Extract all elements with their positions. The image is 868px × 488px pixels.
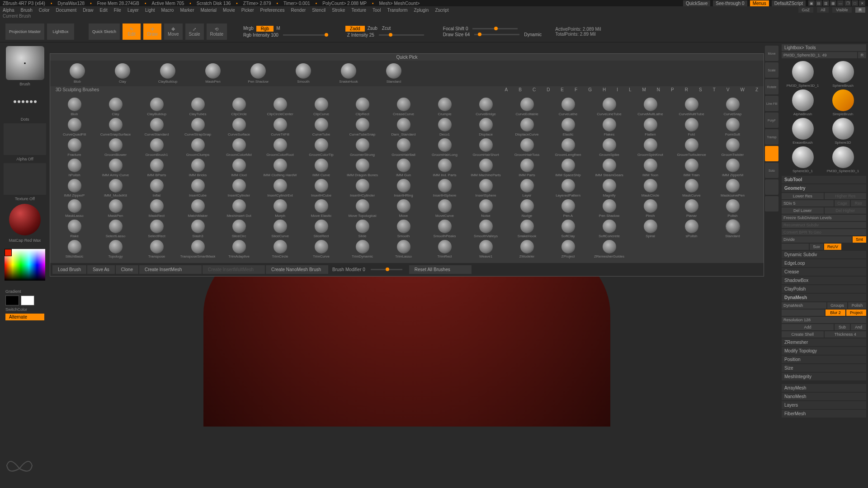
brush-item[interactable]: IMM Dragon Bones — [342, 158, 383, 178]
alpha-filter-d[interactable]: D — [547, 87, 550, 92]
convert-bpr-button[interactable]: Convert BPR To Geo — [782, 229, 866, 235]
brush-item[interactable]: SliceRect — [301, 219, 342, 239]
alpha-filter-g[interactable]: G — [588, 87, 592, 92]
brush-item[interactable]: InsertHCube — [301, 178, 342, 198]
brush-item[interactable]: sPolish — [671, 219, 712, 239]
brush-item[interactable]: Move Topological — [342, 198, 383, 219]
brush-item[interactable]: Dam_Standard — [383, 117, 424, 137]
quickpick-brush[interactable]: Pen Shadow — [245, 63, 272, 84]
brush-item[interactable]: TrimCurve — [301, 239, 342, 259]
reuv-button[interactable]: ReUV — [824, 244, 841, 250]
brush-item[interactable]: ZRemesherGuides — [589, 239, 630, 259]
brush-item[interactable]: LayeredPattern — [547, 178, 589, 198]
brush-item[interactable]: IMM Train — [671, 158, 712, 178]
brush-item[interactable]: CurveSnap — [712, 97, 753, 117]
rgb-intensity-slider[interactable]: Rgb Intensity 100 — [241, 33, 280, 38]
brush-item[interactable]: SoftClay — [547, 219, 589, 239]
brush-item[interactable]: IMM Curve — [301, 158, 342, 178]
r-button[interactable]: R — [858, 52, 866, 58]
brush-item[interactable]: IMM Clod — [218, 158, 259, 178]
dynamesh-section[interactable]: DynaMesh — [782, 294, 866, 301]
size-section[interactable]: Size — [782, 364, 866, 372]
menu-light[interactable]: Light — [145, 8, 155, 13]
xpose-tool-button[interactable] — [765, 179, 778, 195]
quickpick-brush[interactable]: ClayBuildup — [154, 63, 181, 84]
brush-item[interactable]: CurveMultiTube — [671, 97, 712, 117]
projection-master-button[interactable]: Projection Master — [5, 23, 44, 40]
modify-topology-section[interactable]: Modify Topology — [782, 347, 866, 355]
tool-item[interactable]: Sphere3D — [824, 118, 862, 145]
transp-tool-button[interactable]: Transp — [765, 129, 778, 145]
brush-item[interactable]: DisplaceCurve — [506, 117, 547, 137]
mrgb-button[interactable]: Mrgb — [241, 26, 255, 32]
quicksketch-button[interactable]: Quick Sketch — [89, 23, 120, 40]
brush-item[interactable]: GroomerStrong — [342, 137, 383, 158]
rgb-button[interactable]: Rgb — [256, 26, 274, 32]
del-higher-button[interactable]: Del Higher — [825, 207, 867, 214]
brush-item[interactable]: Planar — [671, 198, 712, 219]
brush-item[interactable]: FormSoft — [712, 117, 753, 137]
brush-item[interactable]: Elastic — [547, 117, 589, 137]
brush-item[interactable]: TrimAdaptive — [218, 239, 259, 259]
brush-item[interactable]: StitchBasic — [54, 239, 95, 259]
brush-item[interactable]: SliceCirc — [218, 219, 259, 239]
dynamic-subdiv-section[interactable]: Dynamic Subdiv — [782, 251, 866, 258]
subtool-section[interactable]: SubTool — [782, 176, 866, 183]
brush-item[interactable]: Rake — [54, 219, 95, 239]
z-intensity-slider[interactable]: Z Intensity 25 — [345, 33, 376, 38]
rotate-button[interactable]: ⟲Rotate — [207, 23, 227, 40]
create-shell-button[interactable]: Create Shell — [782, 331, 824, 338]
goz-r-button[interactable]: R — [855, 7, 866, 13]
brush-item[interactable]: Magnify — [589, 178, 630, 198]
menu-color[interactable]: Color — [39, 8, 50, 13]
quicksave-button[interactable]: QuickSave — [683, 0, 710, 6]
brush-item[interactable]: GroomHairLong — [424, 137, 465, 158]
brush-item[interactable]: IMM ZipperM — [712, 158, 753, 178]
brush-item[interactable]: ClipCurve — [301, 97, 342, 117]
create-nanomesh-brush-button[interactable]: Create NanoMesh Brush — [265, 265, 329, 274]
brush-item[interactable]: IMM MachineParts — [465, 158, 506, 178]
brush-item[interactable]: ClayTubes — [177, 97, 218, 117]
brush-item[interactable]: Smooth — [383, 219, 424, 239]
alpha-filter-p[interactable]: P — [671, 87, 674, 92]
menu-picker[interactable]: Picker — [241, 8, 254, 13]
menu-stencil[interactable]: Stencil — [312, 8, 326, 13]
brush-item[interactable]: Weave1 — [465, 239, 506, 259]
brush-item[interactable]: ZProject — [547, 239, 589, 259]
meshintegrity-section[interactable]: MeshIntegrity — [782, 373, 866, 380]
menu-zplugin[interactable]: Zplugin — [414, 8, 429, 13]
fibermesh-section[interactable]: FiberMesh — [782, 410, 866, 418]
zcut-button[interactable]: Zcut — [380, 26, 392, 32]
alpha-filter-i[interactable]: I — [617, 87, 618, 92]
brush-item[interactable]: MoveCurve — [424, 198, 465, 219]
add-button[interactable]: Add — [782, 324, 834, 330]
arraymesh-section[interactable]: ArrayMesh — [782, 384, 866, 392]
brush-item[interactable]: GroomHairShort — [465, 137, 506, 158]
rotate-tool-button[interactable]: Rotate — [765, 79, 778, 94]
menu-brush[interactable]: Brush — [21, 8, 33, 13]
alpha-thumbnail[interactable] — [4, 123, 46, 155]
menu-stroke[interactable]: Stroke — [332, 8, 345, 13]
tool-item[interactable]: Sphere3D_1 — [783, 146, 822, 173]
brush-item[interactable]: MaskCurve — [671, 178, 712, 198]
brush-item[interactable]: IMM Clothing HardW — [259, 158, 301, 178]
brush-item[interactable]: ClipCircleCenter — [259, 97, 301, 117]
brush-item[interactable]: Displace — [465, 117, 506, 137]
move-tool-button[interactable]: Move — [765, 46, 778, 61]
menu-tool[interactable]: Tool — [373, 8, 381, 13]
linefill-tool-button[interactable]: Line Fill — [765, 96, 778, 111]
brush-item[interactable]: MaskCircle — [630, 178, 671, 198]
floor-tool-button[interactable] — [765, 196, 778, 211]
gradient-button[interactable]: Gradient — [2, 289, 48, 294]
quickpick-brush[interactable]: Blob — [64, 63, 91, 84]
layout2-icon[interactable]: ▤ — [816, 0, 822, 6]
brush-item[interactable]: InsertCube — [177, 178, 218, 198]
brush-item[interactable]: IMM Parts — [506, 158, 547, 178]
brush-item[interactable]: ClipCircle — [218, 97, 259, 117]
texture-thumbnail[interactable] — [4, 163, 46, 195]
brush-item[interactable]: InsertCylindrExt — [259, 178, 301, 198]
brush-item[interactable]: Slash3 — [177, 219, 218, 239]
restore-icon[interactable]: ❐ — [844, 0, 851, 6]
stroke-thumbnail[interactable] — [6, 88, 44, 115]
brush-item[interactable]: InsertSphere — [465, 178, 506, 198]
